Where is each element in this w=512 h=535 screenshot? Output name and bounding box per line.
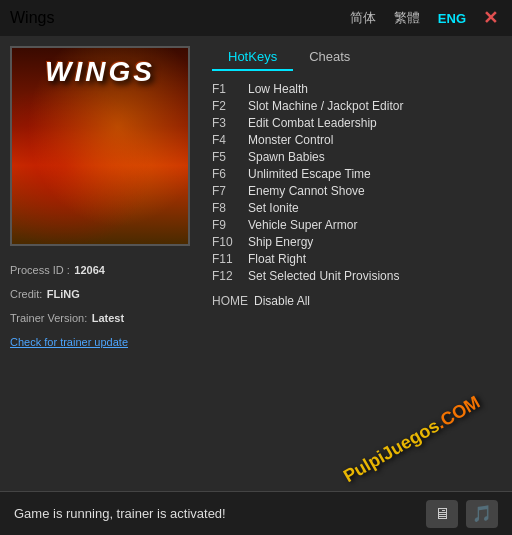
hotkey-key: F1 [212, 82, 242, 96]
disable-all-row: HOME Disable All [212, 294, 500, 308]
tab-hotkeys[interactable]: HotKeys [212, 44, 293, 71]
hotkey-row: F6Unlimited Escape Time [212, 166, 500, 182]
hotkey-row: F1Low Health [212, 81, 500, 97]
trainer-update-link[interactable]: Check for trainer update [10, 336, 128, 348]
lang-simplified[interactable]: 简体 [345, 7, 381, 29]
hotkey-row: F12Set Selected Unit Provisions [212, 268, 500, 284]
disable-all-desc: Disable All [254, 294, 310, 308]
process-value: 12064 [74, 264, 105, 276]
right-panel: HotKeys Cheats F1Low HealthF2Slot Machin… [200, 36, 512, 491]
credit-value: FLiNG [47, 288, 80, 300]
hotkey-key: F4 [212, 133, 242, 147]
title-bar-controls: 简体 繁體 ENG ✕ [345, 7, 502, 29]
tab-cheats[interactable]: Cheats [293, 44, 366, 71]
hotkey-key: F5 [212, 150, 242, 164]
trainer-version-value: Latest [92, 312, 124, 324]
hotkey-key: F7 [212, 184, 242, 198]
game-image: WINGS [10, 46, 190, 246]
hotkey-key: F2 [212, 99, 242, 113]
credit-row: Credit: FLiNG [10, 284, 190, 302]
bottom-bar: Game is running, trainer is activated! 🖥… [0, 491, 512, 535]
hotkey-row: F9Vehicle Super Armor [212, 217, 500, 233]
hotkey-row: F2Slot Machine / Jackpot Editor [212, 98, 500, 114]
hotkey-row: F10Ship Energy [212, 234, 500, 250]
app-title: Wings [10, 9, 54, 27]
hotkey-desc: Low Health [248, 82, 308, 96]
close-button[interactable]: ✕ [479, 7, 502, 29]
hotkey-row: F7Enemy Cannot Shove [212, 183, 500, 199]
lang-traditional[interactable]: 繁體 [389, 7, 425, 29]
hotkey-row: F5Spawn Babies [212, 149, 500, 165]
process-row: Process ID : 12064 [10, 260, 190, 278]
game-title-overlay: WINGS [12, 56, 188, 88]
hotkey-desc: Monster Control [248, 133, 333, 147]
hotkey-row: F4Monster Control [212, 132, 500, 148]
status-text: Game is running, trainer is activated! [14, 506, 226, 521]
left-panel: WINGS Process ID : 12064 Credit: FLiNG T… [0, 36, 200, 491]
hotkey-row: F11Float Right [212, 251, 500, 267]
hotkey-row: F3Edit Combat Leadership [212, 115, 500, 131]
credit-label: Credit: [10, 288, 42, 300]
monitor-icon[interactable]: 🖥 [426, 500, 458, 528]
info-section: Process ID : 12064 Credit: FLiNG Trainer… [10, 260, 190, 356]
hotkey-key: F12 [212, 269, 242, 283]
hotkey-row: F8Set Ionite [212, 200, 500, 216]
hotkey-key: F3 [212, 116, 242, 130]
hotkey-desc: Float Right [248, 252, 306, 266]
hotkey-desc: Ship Energy [248, 235, 313, 249]
hotkey-desc: Enemy Cannot Shove [248, 184, 365, 198]
hotkeys-list: F1Low HealthF2Slot Machine / Jackpot Edi… [212, 81, 500, 284]
tabs: HotKeys Cheats [212, 44, 500, 71]
hotkey-desc: Set Selected Unit Provisions [248, 269, 399, 283]
lang-english[interactable]: ENG [433, 9, 471, 28]
trainer-link-row: Check for trainer update [10, 332, 190, 350]
process-label: Process ID : [10, 264, 70, 276]
hotkey-key: F9 [212, 218, 242, 232]
bottom-icons: 🖥 🎵 [426, 500, 498, 528]
hotkey-desc: Edit Combat Leadership [248, 116, 377, 130]
disable-all-key: HOME [212, 294, 248, 308]
hotkey-desc: Spawn Babies [248, 150, 325, 164]
hotkey-key: F6 [212, 167, 242, 181]
hotkey-desc: Slot Machine / Jackpot Editor [248, 99, 403, 113]
hotkey-desc: Vehicle Super Armor [248, 218, 357, 232]
hotkey-desc: Unlimited Escape Time [248, 167, 371, 181]
title-bar: Wings 简体 繁體 ENG ✕ [0, 0, 512, 36]
hotkey-key: F11 [212, 252, 242, 266]
hotkey-key: F8 [212, 201, 242, 215]
main-container: WINGS Process ID : 12064 Credit: FLiNG T… [0, 36, 512, 491]
hotkey-desc: Set Ionite [248, 201, 299, 215]
music-icon[interactable]: 🎵 [466, 500, 498, 528]
trainer-version-label: Trainer Version: [10, 312, 87, 324]
hotkey-key: F10 [212, 235, 242, 249]
trainer-version-row: Trainer Version: Latest [10, 308, 190, 326]
